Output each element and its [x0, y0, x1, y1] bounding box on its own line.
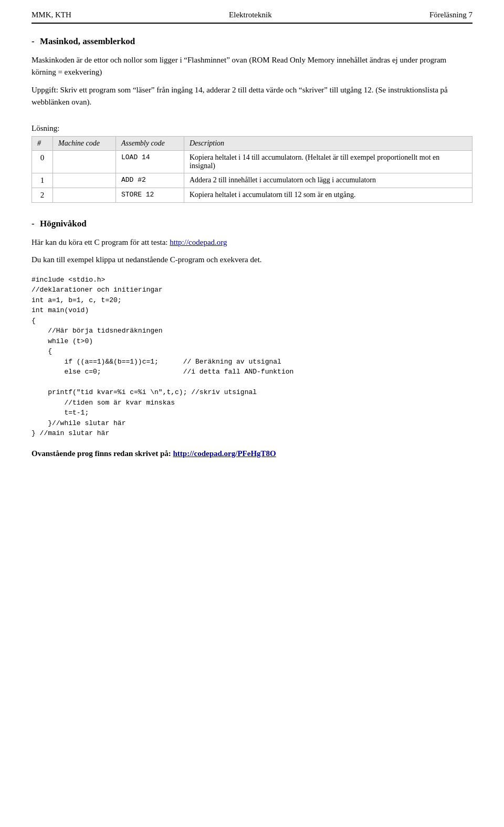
code-block: #include <stdio.h> //deklarationer och i…	[32, 275, 472, 439]
codepad-link2[interactable]: http://codepad.org/PFeHgT8O	[173, 449, 276, 458]
cell-num-0: 0	[32, 151, 53, 173]
header-left: MMK, KTH	[32, 11, 71, 19]
cell-machine-0	[53, 151, 116, 173]
table-row: 0LOAD 14Kopiera heltalet i 14 till accum…	[32, 151, 472, 173]
cell-num-2: 2	[32, 188, 53, 203]
table-header-row: # Machine code Assembly code Description	[32, 137, 472, 151]
section2-p1-before: Här kan du köra ett C program för att te…	[32, 238, 170, 246]
bottom-note-text: Ovanstående prog finns redan skrivet på:	[32, 449, 173, 458]
section2-heading: - Högnivåkod	[32, 219, 472, 229]
solution-table: # Machine code Assembly code Description…	[32, 136, 472, 203]
codepad-link1[interactable]: http://codepad.org	[170, 238, 227, 246]
cell-num-1: 1	[32, 173, 53, 188]
cell-assembly-2: STORE 12	[116, 188, 184, 203]
section2-heading-text: Högnivåkod	[40, 219, 87, 229]
col-header-machine: Machine code	[53, 137, 116, 151]
cell-description-0: Kopiera heltalet i 14 till accumulatorn.…	[184, 151, 472, 173]
table-row: 2STORE 12Kopiera heltalet i accumulatorn…	[32, 188, 472, 203]
section2-dash: -	[32, 219, 35, 229]
cell-description-2: Kopiera heltalet i accumulatorn till 12 …	[184, 188, 472, 203]
col-header-assembly: Assembly code	[116, 137, 184, 151]
table-row: 1ADD #2Addera 2 till innehållet i accumu…	[32, 173, 472, 188]
section1-paragraph2: Uppgift: Skriv ett program som “läser” f…	[32, 84, 472, 109]
cell-description-1: Addera 2 till innehållet i accumulatorn …	[184, 173, 472, 188]
page-header: MMK, KTH Elektroteknik Föreläsning 7	[32, 11, 472, 24]
section2-paragraph2: Du kan till exempel klippa ut nedanståen…	[32, 254, 472, 266]
cell-assembly-0: LOAD 14	[116, 151, 184, 173]
section2-paragraph1: Här kan du köra ett C program för att te…	[32, 236, 472, 249]
cell-assembly-1: ADD #2	[116, 173, 184, 188]
section1-dash: -	[32, 36, 35, 46]
header-center: Elektroteknik	[229, 11, 272, 19]
section1-heading-text: Masinkod, assemblerkod	[40, 36, 135, 46]
page: MMK, KTH Elektroteknik Föreläsning 7 - M…	[0, 0, 504, 479]
cell-machine-1	[53, 173, 116, 188]
col-header-num: #	[32, 137, 53, 151]
header-right: Föreläsning 7	[429, 11, 472, 19]
section1-heading: - Masinkod, assemblerkod	[32, 36, 472, 47]
bottom-note: Ovanstående prog finns redan skrivet på:…	[32, 449, 472, 458]
cell-machine-2	[53, 188, 116, 203]
losning-heading: Lösning:	[32, 124, 472, 133]
section1-paragraph1: Maskinkoden är de ettor och nollor som l…	[32, 54, 472, 79]
col-header-description: Description	[184, 137, 472, 151]
